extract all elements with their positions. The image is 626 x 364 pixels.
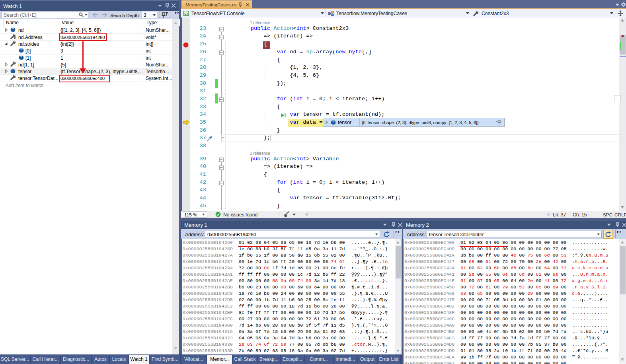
- svg-text:C#: C#: [184, 12, 189, 16]
